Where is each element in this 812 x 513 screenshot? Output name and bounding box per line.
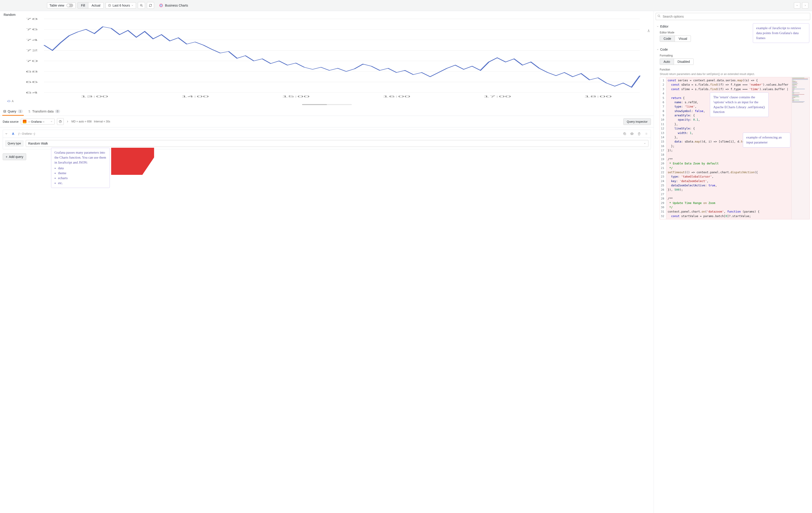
zoom-out-button[interactable]: [138, 2, 145, 9]
plugin-logo-icon: [159, 3, 163, 7]
query-refid[interactable]: A: [10, 131, 16, 136]
svg-point-31: [647, 133, 647, 133]
time-range-picker[interactable]: Last 6 hours: [106, 2, 136, 8]
copy-icon: [623, 132, 626, 135]
svg-text:64: 64: [26, 91, 38, 94]
svg-text:72: 72: [26, 49, 38, 52]
panel-plugin-title: Business Charts: [165, 4, 792, 7]
legend-marker-icon: [7, 101, 10, 101]
svg-text:18:00: 18:00: [584, 95, 612, 98]
transform-icon: [28, 110, 31, 113]
editor-mode-group: Code Visual: [660, 35, 691, 42]
duplicate-query-button[interactable]: [622, 131, 627, 136]
function-label: Function: [660, 68, 810, 71]
tab-transform[interactable]: Transform data 0: [27, 107, 61, 116]
tab-query[interactable]: Query 1: [2, 107, 24, 116]
svg-point-30: [646, 133, 646, 133]
svg-text:14:00: 14:00: [181, 95, 209, 98]
time-range-label: Last 6 hours: [113, 4, 130, 7]
chevron-down-icon[interactable]: [5, 132, 8, 135]
actual-button[interactable]: Actual: [88, 2, 104, 8]
chart-legend[interactable]: A: [4, 99, 650, 104]
drag-handle[interactable]: [644, 131, 649, 136]
datasource-help-button[interactable]: [57, 118, 64, 125]
plugin-dropdown-button[interactable]: [794, 2, 800, 8]
chevron-right-icon: [804, 4, 806, 6]
svg-text:66: 66: [26, 81, 38, 84]
add-query-label: Add query: [9, 155, 23, 158]
svg-point-26: [4, 110, 6, 111]
formatting-label: Formatting: [660, 54, 810, 57]
svg-text:74: 74: [26, 38, 38, 41]
toggle-visibility-button[interactable]: [630, 131, 634, 136]
svg-text:15:00: 15:00: [282, 95, 310, 98]
callout-return-clause: The 'return' clause contains the 'option…: [710, 92, 768, 117]
callout-param-item: theme: [58, 171, 107, 176]
chevron-down-icon: [657, 25, 659, 28]
svg-point-3: [161, 4, 162, 6]
chevron-down-icon: [50, 120, 53, 123]
delete-query-button[interactable]: [637, 131, 642, 136]
callout-params-list: datathemeechartsetc.: [58, 166, 107, 185]
legend-series-label: A: [12, 100, 13, 103]
tab-transform-label: Transform data: [32, 110, 54, 113]
table-view-toggle[interactable]: Table view: [47, 2, 76, 8]
query-type-label: Query type: [5, 140, 24, 147]
clock-icon: [108, 4, 111, 7]
chart-panel: Random 646668707274767813:0014:0015:0016…: [0, 11, 654, 107]
question-icon: [59, 120, 62, 123]
transform-count-badge: 0: [55, 110, 60, 113]
add-query-button[interactable]: + Add query: [3, 153, 26, 160]
panel-collapse-button[interactable]: [802, 2, 808, 8]
query-inspector-button[interactable]: Query inspector: [624, 118, 651, 125]
callout-param-item: data: [58, 166, 107, 171]
fill-button[interactable]: Fill: [78, 2, 88, 8]
datasource-row: Data source -- Grafana -- MD = auto = 65…: [0, 116, 654, 127]
query-type-select[interactable]: Random Walk: [26, 140, 648, 147]
section-editor-title: Editor: [660, 25, 669, 28]
mode-visual-button[interactable]: Visual: [675, 36, 691, 41]
svg-point-33: [647, 133, 647, 134]
svg-rect-28: [624, 133, 626, 135]
svg-point-35: [647, 134, 647, 134]
top-toolbar: Table view Fill Actual Last 6 hours Busi…: [0, 0, 812, 11]
section-code-title: Code: [660, 48, 668, 51]
chart-title: Random: [4, 13, 650, 17]
search-input[interactable]: [656, 13, 810, 20]
fmt-auto-button[interactable]: Auto: [660, 59, 674, 65]
svg-line-36: [113, 152, 150, 173]
chevron-right-icon[interactable]: [66, 120, 69, 123]
svg-point-37: [658, 15, 660, 17]
line-chart[interactable]: 646668707274767813:0014:0015:0016:0017:0…: [4, 18, 650, 99]
table-view-label: Table view: [50, 4, 64, 7]
horizontal-scrollbar[interactable]: [302, 104, 352, 105]
section-code-header[interactable]: Code: [656, 46, 810, 53]
chevron-down-icon: [796, 4, 798, 6]
trash-icon: [638, 132, 641, 135]
svg-text:78: 78: [26, 18, 38, 20]
fmt-disabled-button[interactable]: Disabled: [674, 59, 693, 65]
callout-param-item: etc.: [58, 181, 107, 186]
code-minimap[interactable]: [791, 77, 810, 219]
svg-text:76: 76: [26, 28, 38, 31]
datasource-select[interactable]: -- Grafana --: [21, 119, 55, 124]
mode-code-button[interactable]: Code: [660, 36, 675, 41]
callout-js-example: example of JavaScript to retrieve data p…: [753, 23, 809, 43]
query-editor: A (-- Grafana --) Query type Random Walk: [3, 130, 651, 149]
query-name-hint: (-- Grafana --): [18, 132, 620, 135]
refresh-button[interactable]: [147, 2, 154, 9]
svg-text:16:00: 16:00: [383, 95, 410, 98]
chevron-down-icon: [644, 142, 646, 145]
switch-icon[interactable]: [66, 4, 73, 7]
grip-icon: [645, 132, 648, 135]
svg-point-2: [160, 4, 163, 7]
callout-param-item: echarts: [58, 176, 107, 181]
md-meta: MD = auto = 658: [71, 120, 91, 123]
callout-params: Grafana passes many parameters into the …: [51, 148, 110, 188]
svg-point-29: [632, 133, 632, 134]
svg-text:68: 68: [26, 70, 38, 73]
fit-mode-group: Fill Actual: [78, 2, 104, 8]
grafana-logo-icon: [23, 120, 26, 123]
formatting-group: Auto Disabled: [660, 59, 694, 65]
svg-text:70: 70: [26, 60, 38, 63]
